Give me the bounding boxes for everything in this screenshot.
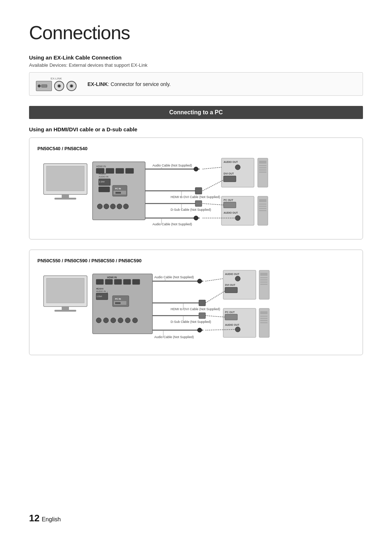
svg-rect-118: [260, 282, 268, 283]
svg-rect-49: [259, 169, 266, 171]
svg-rect-44: [224, 176, 236, 182]
exlink-bold: EX-LINK: [87, 81, 108, 87]
svg-point-15: [104, 204, 109, 209]
svg-text:PC OUT: PC OUT: [224, 199, 233, 201]
tv-back-panel-1: PC/DVI AUDIO IN 1 DVI PC IN ▮▮▮▮▮: [93, 162, 145, 220]
circle-port-1: [54, 81, 64, 91]
diagram2-svg-container: HDMI IN PC/DVI AUDIO IN 1 DVI PC IN: [37, 268, 355, 348]
svg-rect-124: [225, 314, 237, 320]
svg-text:▮▮▮▮▮: ▮▮▮▮▮: [115, 302, 121, 304]
svg-text:PC IN: PC IN: [115, 188, 121, 190]
svg-text:HDMI to DVI Cable (Not Supplie: HDMI to DVI Cable (Not Supplied): [171, 195, 220, 199]
svg-text:Audio Cable (Not Supplied): Audio Cable (Not Supplied): [152, 222, 192, 226]
svg-point-89: [125, 318, 130, 323]
svg-rect-76: [132, 279, 140, 284]
svg-point-88: [118, 318, 123, 323]
svg-point-42: [235, 165, 240, 170]
svg-text:Audio Cable (Not Supplied): Audio Cable (Not Supplied): [154, 275, 194, 279]
pc-unit-bottom-1: PC OUT AUDIO OUT: [203, 196, 268, 225]
page-number: 12: [29, 513, 40, 524]
exlink-subtext: Available Devices: External devices that…: [29, 62, 363, 68]
svg-point-17: [117, 204, 122, 209]
tv-monitor-2: [44, 276, 87, 312]
pc-unit-bottom-2: PC OUT AUDIO OUT: [205, 308, 269, 337]
svg-rect-69: [54, 310, 76, 312]
svg-point-18: [123, 204, 128, 209]
svg-rect-59: [259, 199, 266, 202]
svg-point-87: [111, 318, 116, 323]
svg-rect-75: [123, 279, 131, 284]
pc-unit-top-1: AUDIO OUT DVI OUT: [203, 158, 268, 191]
svg-rect-46: [259, 161, 266, 164]
svg-text:D-Sub Cable (Not Supplied): D-Sub Cable (Not Supplied): [171, 320, 211, 324]
svg-text:AUDIO OUT: AUDIO OUT: [225, 324, 240, 326]
svg-text:AUDIO OUT: AUDIO OUT: [224, 212, 238, 214]
svg-text:HDMI to DVI Cable (Not Supplie: HDMI to DVI Cable (Not Supplied): [171, 307, 220, 311]
exlink-section: Using an EX-Link Cable Connection Availa…: [29, 54, 363, 96]
diagram-box-1: PN50C540 / PN58C540 PC/DVI AUDIO IN: [29, 137, 363, 239]
svg-rect-74: [114, 279, 122, 284]
exlink-connector-graphic: EX-LINK: [36, 77, 80, 91]
svg-text:PC OUT: PC OUT: [225, 311, 235, 313]
svg-rect-117: [260, 279, 268, 280]
pc-unit-top-2: AUDIO OUT DVI OUT: [205, 270, 269, 303]
svg-rect-21: [106, 168, 114, 173]
svg-point-126: [235, 327, 240, 332]
diagram2-model: PN50C550 / PN50C590 / PN58C550 / PN58C59…: [37, 258, 355, 263]
svg-rect-128: [260, 311, 268, 314]
svg-point-25: [194, 167, 198, 171]
svg-rect-50: [259, 172, 266, 173]
exlink-desc-text: : Connector for service only.: [108, 81, 171, 87]
svg-line-121: [205, 291, 225, 303]
svg-text:DVI OUT: DVI OUT: [224, 172, 234, 175]
spacer: [29, 365, 363, 394]
svg-rect-23: [126, 168, 134, 173]
svg-point-85: [96, 318, 101, 323]
svg-rect-22: [116, 168, 124, 173]
exlink-description: EX-LINK: Connector for service only.: [87, 81, 171, 87]
svg-point-37: [194, 216, 198, 220]
svg-rect-3: [54, 198, 76, 200]
svg-text:1 DVI: 1 DVI: [97, 295, 102, 297]
svg-rect-116: [260, 277, 268, 278]
svg-point-14: [97, 204, 102, 209]
svg-text:AUDIO IN: AUDIO IN: [96, 290, 106, 292]
page-number-area: 12 English: [29, 513, 61, 524]
svg-line-133: [205, 316, 225, 317]
svg-text:AUDIO IN: AUDIO IN: [99, 176, 109, 178]
svg-rect-67: [46, 278, 84, 303]
diagram1-svg-container: PC/DVI AUDIO IN 1 DVI PC IN ▮▮▮▮▮: [37, 156, 355, 233]
svg-rect-129: [260, 316, 268, 317]
svg-text:Audio Cable (Not Supplied): Audio Cable (Not Supplied): [152, 164, 192, 167]
connecting-pc-bar: Connecting to a PC: [29, 106, 363, 119]
exlink-connector-label: EX-LINK: [50, 77, 62, 80]
svg-rect-33: [195, 201, 202, 206]
svg-rect-102: [199, 313, 205, 319]
svg-rect-72: [96, 279, 103, 284]
svg-rect-48: [259, 167, 266, 168]
diagram1-model: PN50C540 / PN58C540: [37, 146, 355, 151]
page-language: English: [42, 516, 61, 523]
svg-rect-113: [225, 287, 237, 293]
svg-text:HDMI IN: HDMI IN: [96, 165, 106, 168]
svg-rect-131: [260, 320, 268, 321]
svg-text:↓: ↓: [97, 287, 99, 290]
svg-text:AUDIO OUT: AUDIO OUT: [225, 273, 240, 275]
svg-line-120: [205, 279, 223, 281]
svg-text:1 DVI: 1 DVI: [99, 181, 105, 183]
diagram1-svg: PC/DVI AUDIO IN 1 DVI PC IN ▮▮▮▮▮: [40, 156, 352, 233]
svg-rect-1: [46, 166, 84, 191]
svg-rect-62: [259, 208, 266, 209]
page-title: Connections: [29, 22, 363, 44]
exlink-box: EX-LINK: [29, 72, 363, 96]
svg-point-106: [197, 328, 202, 332]
svg-rect-68: [62, 307, 69, 310]
tv-back-panel-2: HDMI IN PC/DVI AUDIO IN 1 DVI PC IN: [93, 274, 152, 334]
svg-rect-119: [260, 284, 268, 285]
svg-rect-61: [259, 206, 266, 207]
svg-text:AUDIO OUT: AUDIO OUT: [224, 161, 238, 163]
svg-rect-20: [96, 168, 104, 173]
rect-port: [36, 81, 52, 91]
svg-point-86: [103, 318, 109, 323]
svg-rect-2: [62, 194, 69, 198]
